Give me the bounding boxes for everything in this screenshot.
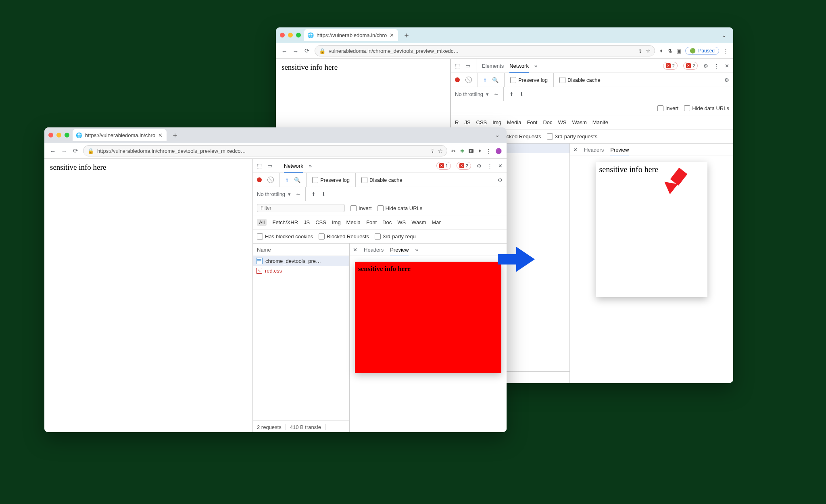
record-button[interactable] [455,77,460,82]
hide-data-urls-checkbox[interactable]: Hide data URLs [684,105,729,111]
avatar-icon[interactable]: 🟣 [495,148,502,154]
window-controls[interactable] [48,133,69,137]
tab-headers[interactable]: Headers [584,147,604,153]
scissors-icon[interactable]: ✂︎ [451,148,456,154]
tab-more[interactable]: » [309,163,312,169]
throttling-select[interactable]: No throttling ▾ [455,91,489,97]
tab-headers[interactable]: Headers [364,247,384,253]
throttling-select[interactable]: No throttling ▾ [257,191,291,197]
back-button[interactable]: ← [49,148,56,154]
device-icon[interactable]: ▭ [465,63,470,69]
third-party-checkbox[interactable]: 3rd-party requests [547,133,598,140]
ext1-icon[interactable]: ❖ [460,148,465,154]
wifi-icon[interactable]: ⏦ [296,191,300,197]
download-icon[interactable]: ⬇ [519,91,524,97]
address-bar[interactable]: 🔒 https://vulnerabledoma.in/chrome_devto… [83,145,447,156]
device-icon[interactable]: ▭ [267,163,272,169]
preserve-log-checkbox[interactable]: Preserve log [510,77,548,83]
error-count-badge[interactable]: ✕2 [663,62,678,70]
download-icon[interactable]: ⬇ [321,191,326,197]
inspect-icon[interactable]: ⬚ [257,163,262,169]
browser-tab[interactable]: 🌐 https://vulnerabledoma.in/chro ✕ [304,29,398,41]
new-tab-button[interactable]: ＋ [401,31,412,39]
extensions-icon[interactable]: ✦ [659,48,663,54]
chrome-menu-icon[interactable]: ⋮ [486,148,491,154]
reload-button[interactable]: ⟳ [72,147,79,154]
close-window-icon[interactable] [280,33,285,37]
invert-checkbox[interactable]: Invert [350,205,372,211]
forward-button[interactable]: → [60,148,68,154]
inspect-icon[interactable]: ⬚ [455,63,460,69]
close-devtools-icon[interactable]: ✕ [725,63,729,69]
ext2-icon[interactable]: n [469,149,473,153]
gear-icon[interactable]: ⚙ [477,163,482,169]
tab-preview[interactable]: Preview [610,147,629,156]
request-row[interactable]: red.css [253,266,349,275]
blocked-requests-checkbox[interactable]: Blocked Requests [319,233,369,240]
hide-data-urls-checkbox[interactable]: Hide data URLs [378,205,423,211]
kebab-icon[interactable]: ⋮ [714,63,719,69]
close-preview-icon[interactable]: ✕ [573,147,578,153]
tab-more[interactable]: » [534,63,537,69]
request-row[interactable]: chrome_devtools_pre… [253,256,349,266]
star-icon[interactable]: ☆ [646,48,651,54]
minimize-window-icon[interactable] [56,133,61,137]
filter-icon[interactable]: ⩃ [484,77,486,83]
disable-cache-checkbox[interactable]: Disable cache [361,177,403,183]
issue-count-badge[interactable]: ✕2 [683,62,698,70]
maximize-window-icon[interactable] [296,33,301,37]
tab-elements[interactable]: Elements [482,63,504,69]
reload-button[interactable]: ⟳ [303,47,311,54]
network-settings-icon[interactable]: ⚙ [498,177,503,183]
back-button[interactable]: ← [281,48,288,54]
disable-cache-checkbox[interactable]: Disable cache [559,77,601,83]
tab-network[interactable]: Network [509,63,529,73]
minimize-window-icon[interactable] [288,33,293,37]
issue-count-badge[interactable]: ✕2 [457,162,471,170]
close-window-icon[interactable] [48,133,53,137]
upload-icon[interactable]: ⬆ [311,191,316,197]
tab-preview[interactable]: Preview [390,247,409,256]
error-count-badge[interactable]: ✕1 [436,162,451,170]
filter-icon[interactable]: ⩃ [286,177,288,183]
clear-button[interactable] [267,177,274,183]
search-icon[interactable]: 🔍 [294,177,300,183]
forward-button[interactable]: → [292,48,299,54]
tab-list-button[interactable]: ⌄ [719,31,729,39]
panel-icon[interactable]: ▣ [676,48,681,54]
flask-icon[interactable]: ⚗︎ [667,48,672,54]
tab-more[interactable]: » [415,247,418,253]
upload-icon[interactable]: ⬆ [509,91,514,97]
share-icon[interactable]: ⇪ [638,48,642,54]
gear-icon[interactable]: ⚙ [703,63,708,69]
third-party-checkbox[interactable]: 3rd-party requ [375,233,416,240]
column-header-name[interactable]: Name [253,244,349,256]
has-blocked-cookies-checkbox[interactable]: Has blocked cookies [257,233,313,240]
maximize-window-icon[interactable] [65,133,69,137]
tab-list-button[interactable]: ⌄ [492,131,503,139]
close-preview-icon[interactable]: ✕ [353,247,357,253]
new-tab-button[interactable]: ＋ [170,131,180,139]
address-bar[interactable]: 🔒 vulnerabledoma.in/chrome_devtools_prev… [315,45,655,56]
filter-input[interactable] [257,204,345,212]
search-icon[interactable]: 🔍 [492,77,499,83]
invert-checkbox[interactable]: Invert [657,105,679,111]
kebab-icon[interactable]: ⋮ [487,163,492,169]
browser-tab[interactable]: 🌐 https://vulnerabledoma.in/chro ✕ [73,129,167,141]
window-controls[interactable] [280,33,301,37]
tab-network[interactable]: Network [284,163,303,173]
network-settings-icon[interactable]: ⚙ [724,77,729,83]
wifi-icon[interactable]: ⏦ [494,91,498,97]
profile-chip[interactable]: 🟢 Paused [685,47,719,55]
share-icon[interactable]: ⇪ [430,148,435,154]
star-icon[interactable]: ☆ [438,148,443,154]
preserve-log-checkbox[interactable]: Preserve log [312,177,350,183]
type-filters[interactable]: All Fetch/XHR JS CSS Img Media Font Doc … [253,215,507,229]
close-devtools-icon[interactable]: ✕ [498,163,503,169]
close-tab-icon[interactable]: ✕ [158,132,163,138]
extensions-icon[interactable]: ✦ [478,148,482,154]
close-tab-icon[interactable]: ✕ [390,32,394,38]
clear-button[interactable] [465,77,472,83]
chrome-menu-icon[interactable]: ⋮ [723,48,728,54]
record-button[interactable] [257,177,262,182]
